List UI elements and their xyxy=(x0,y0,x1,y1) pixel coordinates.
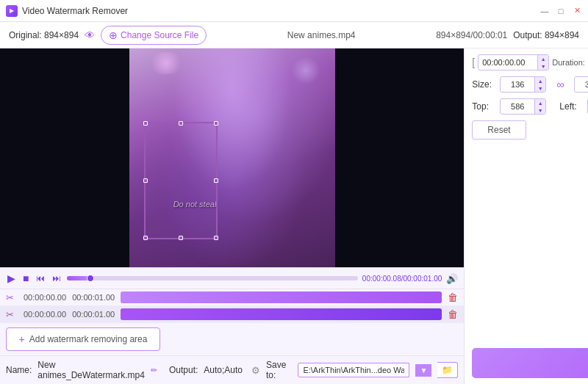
path-dropdown-button[interactable]: ▼ xyxy=(415,364,431,377)
top-spinners: ▲ ▼ xyxy=(534,99,545,114)
stop-icon: ■ xyxy=(23,272,29,284)
plus-icon: + xyxy=(19,333,25,345)
app-title: Video Watermark Remover xyxy=(22,6,128,16)
resize-handle-br[interactable] xyxy=(214,236,218,240)
progress-thumb[interactable] xyxy=(87,275,94,282)
add-area-section: + Add watermark removing area xyxy=(0,323,464,355)
output-label: Output: xyxy=(169,365,198,375)
size-width-down[interactable]: ▼ xyxy=(535,84,545,92)
left-panel: Do not steal ▶ xyxy=(0,48,464,384)
main-content: Do not steal ▶ xyxy=(0,48,588,384)
bracket-open: [ xyxy=(472,57,475,68)
track-2-bar[interactable] xyxy=(121,308,442,320)
track-1-start: 00:00:00.00 xyxy=(24,293,66,302)
prev-frame-button[interactable]: ⏮ xyxy=(35,272,46,285)
start-time-input[interactable] xyxy=(478,56,537,69)
track-2-end: 00:00:01.00 xyxy=(72,310,115,319)
size-width-up[interactable]: ▲ xyxy=(535,77,545,84)
save-to-label: Save to: xyxy=(266,360,292,380)
original-label: Original: 894×894 xyxy=(9,30,79,40)
position-row: Top: ▲ ▼ Left: ▲ ▼ xyxy=(472,98,588,115)
reset-row: Reset xyxy=(472,120,588,140)
top-group: ▲ ▼ xyxy=(500,98,546,115)
watermark-selection-box[interactable] xyxy=(144,122,218,239)
file-name: New animes.mp4 xyxy=(212,30,430,40)
start-time-up[interactable]: ▲ xyxy=(538,55,548,62)
resize-handle-mr[interactable] xyxy=(214,178,218,183)
resize-handle-ml[interactable] xyxy=(143,178,148,183)
resize-handle-tr[interactable] xyxy=(214,121,218,126)
left-label: Left: xyxy=(559,101,581,112)
size-height-input[interactable] xyxy=(575,78,588,91)
progress-bar[interactable] xyxy=(67,276,357,280)
save-path-input[interactable] xyxy=(298,363,409,377)
export-button[interactable]: Export xyxy=(472,348,588,378)
size-label: Size: xyxy=(472,79,494,90)
resize-handle-tm[interactable] xyxy=(179,121,183,126)
track-1-bar-fill xyxy=(121,291,442,303)
start-time-down[interactable]: ▼ xyxy=(538,62,548,70)
track-2-icon: ✂ xyxy=(6,309,18,320)
output-label: Output: 894×894 xyxy=(513,30,579,40)
track-2-bar-fill xyxy=(121,308,442,320)
toolbar: Original: 894×894 👁 ⊕ Change Source File… xyxy=(0,22,588,48)
time-range-row: [ ▲ ▼ Duration: ▲ ▼ ▲ ▼ xyxy=(472,54,588,70)
play-button[interactable]: ▶ xyxy=(6,271,17,286)
controls-bar: ▶ ■ ⏮ ⏭ 00:00:00.08/00:00:01.00 🔊 xyxy=(0,267,464,289)
volume-icon[interactable]: 🔊 xyxy=(446,273,458,284)
minimize-button[interactable]: — xyxy=(539,6,550,16)
spacer xyxy=(472,145,588,342)
filename-value: New animes_DeWatermark.mp4 xyxy=(37,360,145,380)
size-width-input[interactable] xyxy=(501,78,534,91)
top-up[interactable]: ▲ xyxy=(535,99,545,106)
preview-area: Do not steal xyxy=(0,48,464,267)
logo-icon: ▶ xyxy=(10,7,14,14)
gear-icon[interactable]: ⚙ xyxy=(251,365,260,376)
start-time-group: ▲ ▼ xyxy=(478,54,549,70)
right-panel: [ ▲ ▼ Duration: ▲ ▼ ▲ ▼ xyxy=(464,48,588,384)
track-2-delete-button[interactable]: 🗑 xyxy=(448,308,458,320)
next-frame-button[interactable]: ⏭ xyxy=(51,272,62,285)
title-bar-left: ▶ Video Watermark Remover xyxy=(6,5,128,17)
black-left xyxy=(0,48,129,267)
time-display: 00:00:00.08/00:00:01.00 xyxy=(362,275,442,283)
play-icon: ▶ xyxy=(7,272,15,284)
reset-button[interactable]: Reset xyxy=(472,120,526,140)
decoration-top xyxy=(144,52,188,74)
size-width-group: ▲ ▼ xyxy=(500,76,546,93)
top-down[interactable]: ▼ xyxy=(535,106,545,114)
file-info: 894×894/00:00:01 xyxy=(436,30,507,40)
timeline-area: ✂ 00:00:00.00 00:00:01.00 🗑 ✂ 00:00:00.0… xyxy=(0,289,464,323)
resize-handle-bm[interactable] xyxy=(179,236,183,240)
stop-button[interactable]: ■ xyxy=(21,271,30,286)
change-source-label: Change Source File xyxy=(121,30,198,40)
add-area-label: Add watermark removing area xyxy=(29,334,148,344)
top-label: Top: xyxy=(472,101,494,112)
size-height-group: ▲ ▼ xyxy=(574,76,588,93)
link-icon[interactable]: ∞ xyxy=(552,79,568,90)
duration-label: Duration: xyxy=(552,58,585,67)
name-label: Name: xyxy=(6,365,32,375)
title-bar-controls: — □ ✕ xyxy=(539,6,582,16)
start-time-spinners: ▲ ▼ xyxy=(537,55,548,70)
close-button[interactable]: ✕ xyxy=(572,6,582,16)
track-1-delete-button[interactable]: 🗑 xyxy=(448,291,458,303)
video-frame[interactable]: Do not steal xyxy=(129,48,335,267)
track-1-icon: ✂ xyxy=(6,292,18,303)
maximize-button[interactable]: □ xyxy=(556,6,566,16)
title-bar: ▶ Video Watermark Remover — □ ✕ xyxy=(0,0,588,22)
browse-folder-button[interactable]: 📁 xyxy=(437,362,458,378)
track-1: ✂ 00:00:00.00 00:00:01.00 🗑 xyxy=(0,289,464,306)
size-width-spinners: ▲ ▼ xyxy=(534,77,545,92)
size-row: Size: ▲ ▼ ∞ ▲ ▼ xyxy=(472,76,588,93)
resize-handle-tl[interactable] xyxy=(143,121,148,126)
resize-handle-bl[interactable] xyxy=(143,236,148,240)
change-source-button[interactable]: ⊕ Change Source File xyxy=(101,26,207,45)
decoration-right xyxy=(287,56,324,85)
black-right xyxy=(335,48,465,267)
edit-icon[interactable]: ✏ xyxy=(151,366,157,375)
top-input[interactable] xyxy=(501,100,534,113)
add-watermark-area-button[interactable]: + Add watermark removing area xyxy=(6,327,160,351)
track-1-bar[interactable] xyxy=(121,291,442,303)
eye-icon[interactable]: 👁 xyxy=(85,29,95,41)
